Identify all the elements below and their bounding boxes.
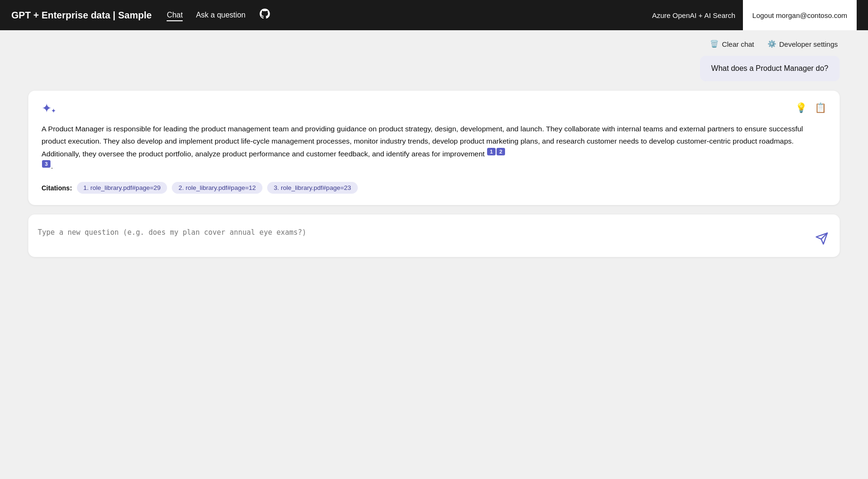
trash-icon: 🗑️: [710, 40, 719, 48]
lightbulb-button[interactable]: 💡: [795, 102, 807, 113]
ai-logo: ✦ ✦: [42, 102, 56, 114]
logout-button[interactable]: Logout morgan@contoso.com: [743, 0, 857, 30]
citation-chip-1[interactable]: 1. role_library.pdf#page=29: [77, 182, 168, 194]
ai-response-body: A Product Manager is responsible for lea…: [42, 123, 826, 172]
sparkle-small-icon: ✦: [51, 107, 56, 114]
citations-label: Citations:: [42, 184, 72, 192]
brand-title: GPT + Enterprise data | Sample: [11, 10, 152, 21]
main-area: 🗑️ Clear chat ⚙️ Developer settings What…: [0, 30, 868, 266]
lightbulb-icon: 💡: [795, 103, 807, 113]
nav-chat[interactable]: Chat: [167, 9, 183, 21]
ai-card-actions: 💡 📋: [795, 102, 826, 113]
citation-ref-1[interactable]: 1: [487, 148, 496, 155]
citation-chip-3[interactable]: 3. role_library.pdf#page=23: [267, 182, 358, 194]
user-message-wrapper: What does a Product Manager do?: [28, 56, 840, 81]
toolbar-row: 🗑️ Clear chat ⚙️ Developer settings: [28, 40, 840, 48]
citation-chip-2[interactable]: 2. role_library.pdf#page=12: [172, 182, 262, 194]
citation-ref-2[interactable]: 2: [497, 148, 505, 155]
navbar: GPT + Enterprise data | Sample Chat Ask …: [0, 0, 868, 30]
input-area: [28, 214, 840, 257]
github-icon[interactable]: [259, 8, 271, 23]
question-input[interactable]: [38, 227, 813, 248]
citations-row: Citations: 1. role_library.pdf#page=29 2…: [42, 182, 826, 194]
clear-chat-button[interactable]: 🗑️ Clear chat: [710, 40, 754, 48]
user-message: What does a Product Manager do?: [700, 56, 840, 81]
navbar-right: Azure OpenAI + AI Search Logout morgan@c…: [652, 0, 857, 30]
sparkle-icon: ✦: [42, 102, 52, 114]
developer-settings-button[interactable]: ⚙️ Developer settings: [767, 40, 838, 48]
citation-ref-3[interactable]: 3: [42, 160, 51, 168]
gear-icon: ⚙️: [767, 40, 776, 48]
send-button[interactable]: [813, 232, 830, 248]
ai-message-card: ✦ ✦ 💡 📋 A Product Manager is responsible…: [28, 91, 840, 205]
clipboard-button[interactable]: 📋: [815, 102, 826, 113]
send-icon: [815, 232, 828, 248]
service-label: Azure OpenAI + AI Search: [652, 11, 735, 19]
nav-links: Chat Ask a question: [167, 8, 637, 23]
ai-card-header: ✦ ✦ 💡 📋: [42, 102, 826, 114]
nav-ask-question[interactable]: Ask a question: [196, 9, 245, 21]
clipboard-icon: 📋: [815, 103, 826, 113]
